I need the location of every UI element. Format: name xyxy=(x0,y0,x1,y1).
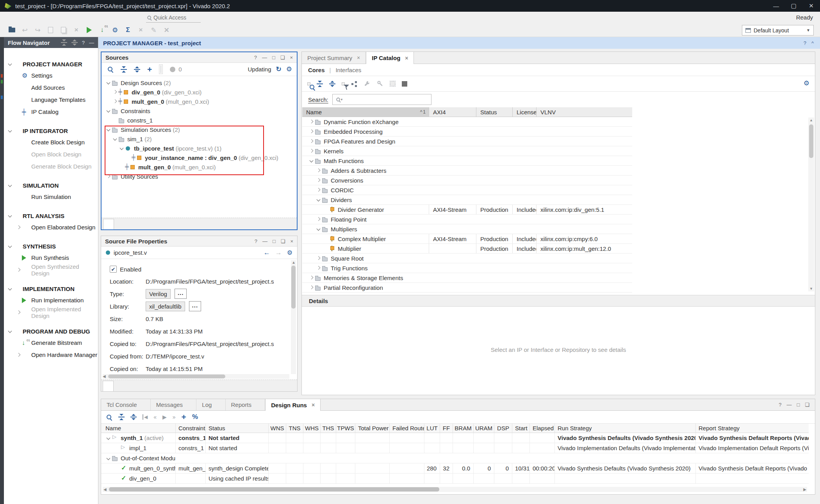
abort-icon[interactable]: ✕ xyxy=(160,25,173,35)
ip-settings-icon[interactable] xyxy=(390,81,396,87)
minimize-panel-icon[interactable]: — xyxy=(786,402,791,408)
flow-navigator-item[interactable]: Run Implementation xyxy=(4,294,98,306)
bottom-tab[interactable]: Log × xyxy=(196,399,225,410)
flow-navigator-item[interactable]: Add Sources xyxy=(4,82,98,94)
close-panel-icon[interactable]: × xyxy=(290,55,293,60)
chevron-icon[interactable] xyxy=(112,136,118,142)
tree-item[interactable]: div_gen_0 (div_gen_0.xci) xyxy=(102,87,296,97)
scroll-up-icon[interactable]: ▲ xyxy=(809,118,813,122)
chevron-icon[interactable] xyxy=(308,119,315,125)
ip-tree-row[interactable]: Divider Generator AXI4-Stream Production… xyxy=(302,205,632,215)
scroll-down-icon[interactable]: ▼ xyxy=(809,287,813,291)
license-key-icon[interactable] xyxy=(377,80,383,87)
col-ff[interactable]: FF xyxy=(440,424,453,433)
group-by-hierarchy-icon[interactable] xyxy=(351,81,358,87)
settings-gear-icon[interactable]: ⚙ xyxy=(109,25,121,35)
search-icon[interactable] xyxy=(106,414,112,421)
ellipsis-button[interactable]: ... xyxy=(175,289,187,299)
sources-tab[interactable] xyxy=(103,219,114,229)
col-run-strategy[interactable]: Run Strategy xyxy=(554,424,695,433)
float-panel-icon[interactable]: ❏ xyxy=(805,402,809,408)
chevron-icon[interactable] xyxy=(105,455,112,461)
close-tab-icon[interactable]: × xyxy=(357,55,360,61)
refresh-icon[interactable]: ↻ xyxy=(276,65,282,73)
chevron-icon[interactable] xyxy=(308,158,315,164)
maximize-panel-icon[interactable]: □ xyxy=(273,238,276,244)
scrollbar-thumb[interactable] xyxy=(109,487,439,492)
flow-navigator-item[interactable]: PROGRAM AND DEBUG xyxy=(4,326,98,337)
float-panel-icon[interactable]: ❏ xyxy=(281,238,285,244)
flow-navigator-item[interactable]: Generate Bitstream xyxy=(4,337,98,349)
chevron-icon[interactable] xyxy=(308,148,315,154)
back-arrow-icon[interactable]: ← xyxy=(264,249,270,257)
maximize-panel-icon[interactable]: □ xyxy=(272,55,275,60)
ip-tree-row[interactable]: CORDIC xyxy=(302,185,632,195)
col-bram[interactable]: BRAM xyxy=(453,424,473,433)
tree-item[interactable]: sim_1 (2) xyxy=(102,134,296,144)
ip-tree-row[interactable]: Trig Functions xyxy=(302,263,632,273)
close-panel-icon[interactable]: × xyxy=(290,238,293,244)
col-start[interactable]: Start xyxy=(512,424,529,433)
generate-bitstream-icon[interactable]: ↓ xyxy=(96,25,109,35)
add-sources-icon[interactable]: + xyxy=(147,67,152,72)
ip-tree-row[interactable]: Dynamic Function eXchange xyxy=(302,117,632,127)
chevron-icon[interactable] xyxy=(105,126,112,133)
ip-tree-row[interactable]: Multipliers xyxy=(302,224,632,234)
col-uram[interactable]: URAM xyxy=(473,424,494,433)
help-icon[interactable]: ? xyxy=(254,55,257,60)
design-run-row[interactable]: mult_gen_0_synth_1 mult_gen_0 synth_desi… xyxy=(101,463,809,474)
column-header-license[interactable]: License xyxy=(512,107,536,117)
flow-navigator-item[interactable]: SYNTHESIS xyxy=(4,241,98,252)
flow-navigator-item[interactable]: SIMULATION xyxy=(4,180,98,191)
col-elapsed[interactable]: Elapsed xyxy=(529,424,554,433)
resume-icon[interactable]: ▶ xyxy=(162,414,167,420)
expand-all-icon[interactable] xyxy=(71,39,78,46)
tree-item[interactable]: tb_ipcore_test (ipcore_test.v) (1) xyxy=(102,144,296,153)
col-failed-routes[interactable]: Failed Routes xyxy=(389,424,424,433)
report-sigma-icon[interactable]: Σ xyxy=(121,25,134,35)
flow-navigator-item[interactable]: Generate Block Design xyxy=(4,160,98,172)
file-properties-tab[interactable] xyxy=(114,381,124,391)
col-status[interactable]: Status xyxy=(205,424,268,433)
tree-item[interactable]: constrs_1 xyxy=(102,115,296,125)
flow-navigator-item[interactable]: Open Synthesized Design xyxy=(4,264,98,276)
ip-tree-row[interactable]: Memories & Storage Elements xyxy=(302,273,632,283)
tree-item[interactable]: your_instance_name : div_gen_0 (div_gen_… xyxy=(102,153,296,162)
col-report-strategy[interactable]: Report Strategy xyxy=(695,424,809,433)
step-back-icon[interactable]: « xyxy=(153,414,157,420)
ip-tree-row[interactable]: Kernels xyxy=(302,146,632,156)
design-run-row[interactable]: Out-of-Context Module Runs xyxy=(101,453,809,463)
bottom-tab[interactable]: Reports × xyxy=(226,399,266,410)
scrollbar-thumb[interactable] xyxy=(809,124,813,158)
col-wns[interactable]: WNS xyxy=(268,424,286,433)
chevron-icon[interactable] xyxy=(316,187,322,193)
scroll-right-icon[interactable]: ▶ xyxy=(803,487,806,492)
bottom-tab[interactable]: Design Runs × xyxy=(265,399,321,411)
chevron-icon[interactable] xyxy=(119,145,125,151)
flow-navigator-item[interactable]: Open Implemented Design xyxy=(4,306,98,318)
chevron-icon[interactable] xyxy=(105,80,112,86)
col-name[interactable]: Name xyxy=(103,424,175,433)
flow-navigator-item[interactable]: RTL ANALYSIS xyxy=(4,210,98,221)
chevron-icon[interactable] xyxy=(112,98,118,105)
settings-gear-icon[interactable]: ⚙ xyxy=(287,249,292,256)
flow-navigator-item[interactable]: IMPLEMENTATION xyxy=(4,283,98,294)
minimize-panel-icon[interactable]: — xyxy=(89,40,94,46)
ip-tree-row[interactable]: Partial Reconfiguration xyxy=(302,283,632,293)
ip-tree-row[interactable]: Square Root xyxy=(302,254,632,263)
expand-all-icon[interactable] xyxy=(134,66,140,73)
design-run-row[interactable]: impl_1 constrs_1 Not started xyxy=(101,443,809,453)
ip-tree-row[interactable]: Multiplier Production Included xilinx.co… xyxy=(302,244,632,254)
edit-pencil-icon[interactable]: ✎ xyxy=(147,25,160,35)
open-project-icon[interactable] xyxy=(5,25,18,35)
quick-access-search[interactable] xyxy=(146,13,201,23)
chevron-icon[interactable] xyxy=(105,108,112,114)
chevron-icon[interactable] xyxy=(316,226,322,232)
flow-navigator-item[interactable]: Language Templates xyxy=(4,94,98,106)
expand-all-icon[interactable] xyxy=(130,414,137,420)
chevron-icon[interactable] xyxy=(316,255,322,261)
float-panel-icon[interactable]: ❏ xyxy=(280,55,285,60)
chevron-icon[interactable] xyxy=(105,173,112,179)
chevron-icon[interactable] xyxy=(308,284,315,291)
help-icon[interactable]: ? xyxy=(82,40,85,46)
